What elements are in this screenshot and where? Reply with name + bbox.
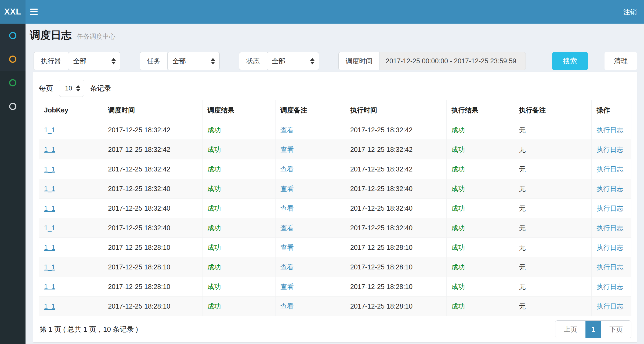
trigger-result-cell: 成功 <box>202 199 275 218</box>
jobkey-link[interactable]: 1_1 <box>44 244 55 251</box>
circle-outline-icon <box>9 103 16 110</box>
executor-select[interactable]: 全部 <box>68 52 120 70</box>
execution-log-link[interactable]: 执行日志 <box>596 204 623 212</box>
execution-log-link[interactable]: 执行日志 <box>596 263 623 271</box>
column-header-handle-result: 执行结果 <box>447 100 514 120</box>
select-stepper-icon <box>76 85 80 92</box>
handle-msg-cell: 无 <box>514 179 592 199</box>
jobkey-link[interactable]: 1_1 <box>44 224 55 232</box>
view-trigger-msg-link[interactable]: 查看 <box>280 302 294 310</box>
sidebar-menu-item[interactable] <box>0 94 26 118</box>
column-header-handle-msg: 执行备注 <box>514 100 592 120</box>
next-page-button[interactable]: 下页 <box>601 321 631 338</box>
handle-result-cell: 成功 <box>447 238 514 257</box>
filter-toolbar: 执行器 全部 任务 全部 状态 全部 调度时间 2017-12-25 00:00… <box>34 52 637 70</box>
view-trigger-msg-link[interactable]: 查看 <box>280 204 294 212</box>
view-trigger-msg-link[interactable]: 查看 <box>280 185 294 192</box>
jobkey-link[interactable]: 1_1 <box>44 185 55 192</box>
handle-msg-cell: 无 <box>514 159 592 179</box>
view-trigger-msg-link[interactable]: 查看 <box>280 126 294 134</box>
circle-outline-icon <box>9 79 16 86</box>
table-row: 1_1 2017-12-25 18:32:42 成功 查看 2017-12-25… <box>39 140 631 159</box>
trigger-result-cell: 成功 <box>202 297 275 316</box>
execution-log-link[interactable]: 执行日志 <box>596 126 623 134</box>
select-stepper-icon <box>211 58 215 64</box>
logout-link[interactable]: 注销 <box>616 0 644 24</box>
execution-log-link[interactable]: 执行日志 <box>596 224 623 232</box>
jobkey-link[interactable]: 1_1 <box>44 126 55 134</box>
view-trigger-msg-link[interactable]: 查看 <box>280 283 294 290</box>
view-trigger-msg-link[interactable]: 查看 <box>280 244 294 251</box>
executor-select-value: 全部 <box>73 57 86 65</box>
time-range-input[interactable]: 2017-12-25 00:00:00 - 2017-12-25 23:59:5… <box>379 52 526 70</box>
status-filter-group: 状态 全部 <box>239 52 319 70</box>
handle-msg-cell: 无 <box>514 297 592 316</box>
table-row: 1_1 2017-12-25 18:28:10 成功 查看 2017-12-25… <box>39 257 631 277</box>
job-select[interactable]: 全部 <box>167 52 220 70</box>
table-row: 1_1 2017-12-25 18:32:42 成功 查看 2017-12-25… <box>39 120 631 140</box>
jobkey-link[interactable]: 1_1 <box>44 263 55 271</box>
table-header-row: JobKey 调度时间 调度结果 调度备注 执行时间 执行结果 执行备注 操作 <box>39 100 631 120</box>
clear-log-button[interactable]: 清理 <box>605 52 637 70</box>
per-page-control: 每页 10 条记录 <box>39 79 631 98</box>
execution-log-link[interactable]: 执行日志 <box>596 244 623 251</box>
handle-result-cell: 成功 <box>447 218 514 238</box>
handle-time-cell: 2017-12-25 18:28:10 <box>345 238 446 257</box>
table-row: 1_1 2017-12-25 18:32:40 成功 查看 2017-12-25… <box>39 199 631 218</box>
select-stepper-icon <box>111 58 116 64</box>
prev-page-button[interactable]: 上页 <box>555 321 585 338</box>
handle-time-cell: 2017-12-25 18:32:42 <box>345 120 446 140</box>
sidebar-menu-item[interactable] <box>0 47 26 71</box>
status-select-value: 全部 <box>272 57 285 65</box>
jobkey-link[interactable]: 1_1 <box>44 283 55 290</box>
per-page-prefix: 每页 <box>39 84 53 93</box>
trigger-time-cell: 2017-12-25 18:32:42 <box>103 120 202 140</box>
search-button[interactable]: 搜索 <box>552 52 588 70</box>
trigger-result-cell: 成功 <box>202 218 275 238</box>
status-select[interactable]: 全部 <box>267 52 319 70</box>
current-page-button[interactable]: 1 <box>585 321 601 338</box>
table-row: 1_1 2017-12-25 18:28:10 成功 查看 2017-12-25… <box>39 238 631 257</box>
hamburger-icon <box>30 9 38 10</box>
column-header-handle-time: 执行时间 <box>345 100 446 120</box>
execution-log-link[interactable]: 执行日志 <box>596 283 623 290</box>
executor-filter-group: 执行器 全部 <box>34 52 120 70</box>
view-trigger-msg-link[interactable]: 查看 <box>280 224 294 232</box>
pagination-summary: 第 1 页 ( 总共 1 页，10 条记录 ) <box>39 325 138 334</box>
view-trigger-msg-link[interactable]: 查看 <box>280 146 294 153</box>
execution-log-link[interactable]: 执行日志 <box>596 185 623 192</box>
per-page-select[interactable]: 10 <box>59 80 84 97</box>
handle-time-cell: 2017-12-25 18:32:40 <box>345 179 446 199</box>
handle-time-cell: 2017-12-25 18:32:42 <box>345 140 446 159</box>
execution-log-link[interactable]: 执行日志 <box>596 146 623 153</box>
trigger-result-cell: 成功 <box>202 120 275 140</box>
handle-time-cell: 2017-12-25 18:32:40 <box>345 199 446 218</box>
hamburger-icon <box>30 11 38 13</box>
column-header-trigger-result: 调度结果 <box>202 100 275 120</box>
page-subtitle: 任务调度中心 <box>77 33 115 40</box>
jobkey-link[interactable]: 1_1 <box>44 204 55 212</box>
app-logo[interactable]: XXL <box>0 0 26 24</box>
execution-log-link[interactable]: 执行日志 <box>596 165 623 173</box>
view-trigger-msg-link[interactable]: 查看 <box>280 263 294 271</box>
time-filter-group: 调度时间 2017-12-25 00:00:00 - 2017-12-25 23… <box>338 52 526 70</box>
executor-filter-label: 执行器 <box>34 52 68 70</box>
trigger-time-cell: 2017-12-25 18:28:10 <box>103 297 202 316</box>
jobkey-link[interactable]: 1_1 <box>44 146 55 153</box>
handle-result-cell: 成功 <box>447 179 514 199</box>
jobkey-link[interactable]: 1_1 <box>44 302 55 310</box>
table-row: 1_1 2017-12-25 18:28:10 成功 查看 2017-12-25… <box>39 297 631 316</box>
sidebar-toggle-button[interactable] <box>26 0 42 24</box>
handle-result-cell: 成功 <box>447 120 514 140</box>
handle-msg-cell: 无 <box>514 277 592 297</box>
view-trigger-msg-link[interactable]: 查看 <box>280 165 294 173</box>
pagination-control: 上页 1 下页 <box>555 320 631 338</box>
log-panel: 每页 10 条记录 JobKey 调度时间 调度结果 调度备注 执行时间 执行结… <box>33 72 637 342</box>
execution-log-link[interactable]: 执行日志 <box>596 302 623 310</box>
sidebar-menu-item[interactable] <box>0 24 26 47</box>
sidebar-menu-item[interactable] <box>0 71 26 94</box>
handle-result-cell: 成功 <box>447 159 514 179</box>
job-filter-group: 任务 全部 <box>140 52 220 70</box>
jobkey-link[interactable]: 1_1 <box>44 165 55 173</box>
log-table-body: 1_1 2017-12-25 18:32:42 成功 查看 2017-12-25… <box>39 120 631 316</box>
